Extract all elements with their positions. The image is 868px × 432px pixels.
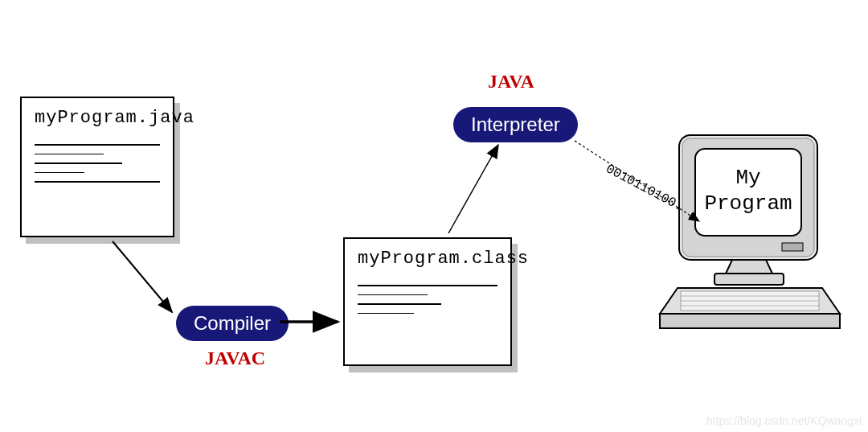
class-doc: myProgram.class xyxy=(343,237,512,366)
interpreter-label: Interpreter xyxy=(471,113,560,135)
computer-icon: My Program xyxy=(653,129,846,350)
compiler-label: Compiler xyxy=(194,312,271,334)
arrow-class-to-interpreter xyxy=(448,145,498,233)
interpreter-pill: Interpreter xyxy=(453,107,578,142)
watermark: https://blog.csdn.net/KQwangxi xyxy=(706,414,862,427)
class-doc-title: myProgram.class xyxy=(358,249,497,269)
source-doc-title: myProgram.java xyxy=(35,108,160,128)
screen-text-line1: My xyxy=(735,166,760,190)
svg-rect-5 xyxy=(660,314,840,328)
svg-rect-3 xyxy=(782,243,803,251)
java-compilation-diagram: myProgram.java Compiler JAVAC myProgram.… xyxy=(0,0,868,432)
svg-rect-4 xyxy=(714,274,784,285)
javac-label: JAVAC xyxy=(205,348,265,369)
source-doc: myProgram.java xyxy=(20,97,174,237)
compiler-pill: Compiler xyxy=(176,306,289,341)
arrow-source-to-compiler xyxy=(113,241,172,312)
java-label: JAVA xyxy=(488,71,534,93)
screen-text-line2: Program xyxy=(704,191,792,216)
